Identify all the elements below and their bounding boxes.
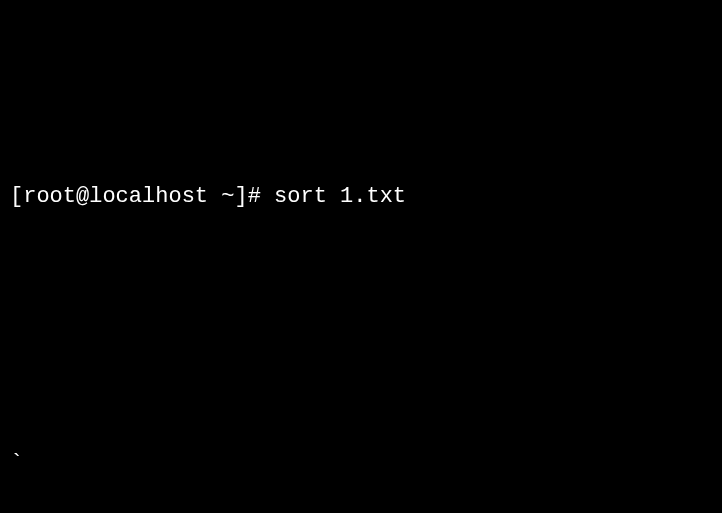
terminal-window[interactable]: [root@localhost ~]# sort 1.txt ` < > $ 1… [10,123,712,513]
shell-prompt: [root@localhost ~]# [10,184,274,209]
output-line: ` [10,449,712,479]
command-line: [root@localhost ~]# sort 1.txt [10,182,712,212]
command-text: sort 1.txt [274,184,406,209]
